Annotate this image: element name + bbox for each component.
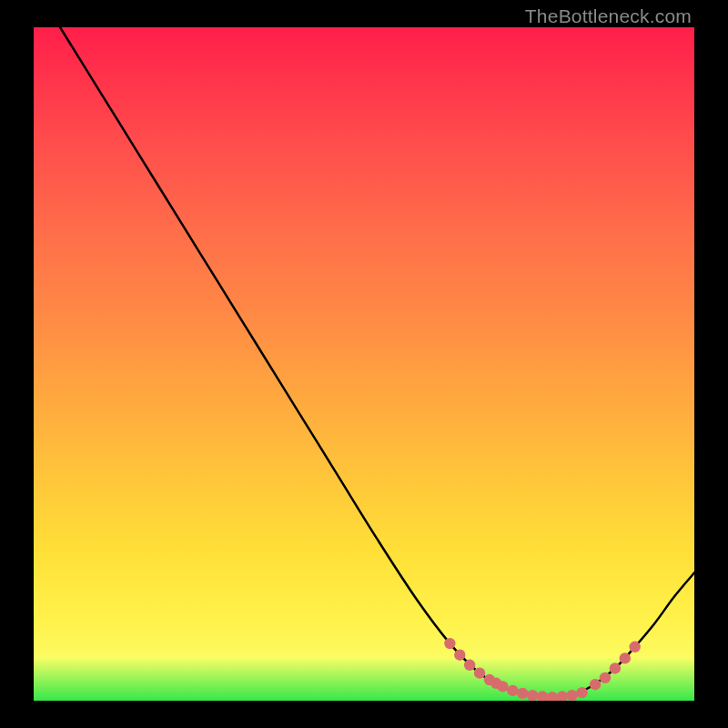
chart-stage: TheBottleneck.com (0, 0, 728, 728)
data-dot (527, 690, 538, 701)
data-dot (464, 660, 475, 671)
data-dot (566, 690, 577, 701)
data-dot (547, 692, 558, 701)
data-dot (507, 685, 518, 696)
chart-svg (34, 27, 694, 701)
data-dot (454, 649, 465, 660)
data-dot (474, 667, 485, 678)
data-dot (537, 691, 548, 701)
data-dot (497, 681, 508, 692)
data-dot (610, 662, 621, 673)
data-dot (629, 642, 640, 652)
data-dot (576, 687, 587, 698)
watermark-label: TheBottleneck.com (525, 5, 692, 27)
data-dot (517, 688, 528, 699)
data-dot (444, 638, 455, 649)
data-dot (620, 652, 631, 663)
plot-area (34, 27, 694, 701)
data-dot (590, 679, 601, 690)
data-dot (557, 691, 568, 701)
bottleneck-curve (60, 27, 694, 697)
data-dot (600, 672, 611, 683)
